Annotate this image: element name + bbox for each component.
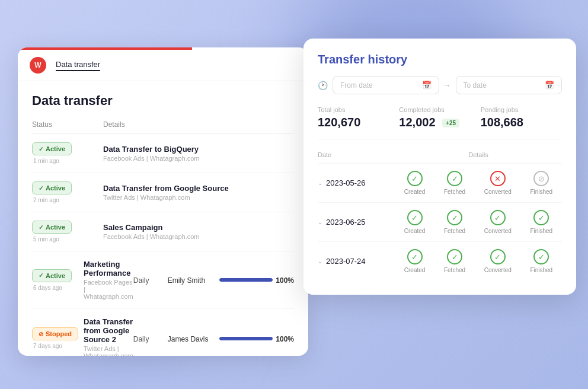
created-label: Created: [404, 189, 426, 195]
to-date-input[interactable]: To date 📅: [456, 76, 563, 94]
status-badge-active: ✓ Active: [32, 181, 72, 194]
details-cell: Sales Campaign Facebook Ads | Whatagraph…: [103, 223, 294, 240]
status-badge-active: ✓ Active: [32, 269, 72, 282]
stat-total-jobs: Total jobs 120,670: [318, 106, 399, 129]
percent-cell: 100%: [273, 333, 294, 344]
finished-icon: ✓: [533, 210, 549, 225]
row-date: ⌄ 2023-05-26: [318, 178, 395, 187]
transfer-name: Data Transfer to BigQuery: [103, 145, 294, 154]
history-row: ⌄ 2023-07-24 ✓ Created ✓ Fetched ✓ Conve…: [318, 242, 562, 280]
progress-bar-background: [219, 337, 273, 340]
transfer-name: Data Transfer from Google Source 2: [84, 317, 133, 344]
status-time: 2 min ago: [32, 197, 103, 203]
completed-jobs-label: Completed jobs: [399, 106, 480, 113]
transfer-source: Twitter Ads | Whatagraph.com: [84, 345, 133, 356]
fetched-icon: ✓: [447, 210, 462, 225]
data-table: Status Details ✓ Active 1 min ago Data T…: [18, 116, 308, 356]
total-jobs-label: Total jobs: [318, 106, 399, 113]
fetched-status: ✓ Fetched: [444, 210, 465, 234]
progress-cell: [219, 337, 273, 340]
chevron-icon: ⌄: [318, 258, 322, 264]
table-row: ✓ Active 6 days ago Marketing Performanc…: [32, 251, 294, 309]
page-title: Data transfer: [18, 81, 308, 116]
converted-status: ✕ Converted: [484, 171, 512, 195]
converted-icon: ✕: [490, 171, 506, 186]
history-table-header: Date Details: [318, 151, 562, 164]
created-status: ✓ Created: [404, 171, 426, 195]
date-filter: 🕐 From date 📅 → To date 📅: [318, 76, 562, 94]
history-title: Transfer history: [318, 53, 562, 66]
col-header-details-history: Details: [395, 151, 562, 158]
fetched-icon: ✓: [447, 249, 462, 264]
fetched-label: Fetched: [444, 228, 465, 234]
table-row: ✓ Active 1 min ago Data Transfer to BigQ…: [32, 134, 294, 173]
stat-pending-jobs: Pending jobs 108,668: [481, 106, 562, 129]
transfer-source: Twitter Ads | Whatagraph.com: [103, 194, 294, 201]
created-label: Created: [404, 228, 426, 234]
status-cell: ✓ Active 1 min ago: [32, 142, 103, 164]
finished-label: Finished: [530, 267, 552, 273]
details-cell: Marketing Performance Facebook Pages | W…: [84, 260, 133, 300]
details-cell: Data Transfer to BigQuery Facebook Ads |…: [103, 145, 294, 162]
progress-bar-background: [219, 278, 273, 282]
table-row: ⊘ Stopped 7 days ago Data Transfer from …: [32, 309, 294, 356]
check-icon: ✓: [39, 272, 43, 279]
finished-status: ⊘ Finished: [530, 171, 552, 195]
col-header-details: Details: [103, 120, 294, 129]
chevron-icon: ⌄: [318, 180, 322, 186]
converted-label: Converted: [484, 228, 512, 234]
created-status: ✓ Created: [404, 210, 426, 234]
pending-jobs-value: 108,668: [481, 116, 562, 129]
finished-label: Finished: [530, 228, 552, 234]
status-cell: ✓ Active 6 days ago: [32, 269, 84, 291]
fetched-label: Fetched: [444, 267, 465, 273]
table-row: ✓ Active 5 min ago Sales Campaign Facebo…: [32, 212, 294, 251]
status-badge-active: ✓ Active: [32, 221, 72, 234]
status-badge-stopped: ⊘ Stopped: [32, 327, 78, 340]
transfer-name: Sales Campaign: [103, 223, 294, 232]
status-icons: ✓ Created ✓ Fetched ✕ Converted ⊘ Finish…: [395, 171, 562, 195]
logo: W: [30, 57, 46, 74]
converted-status: ✓ Converted: [484, 249, 512, 273]
table-header: Status Details: [32, 116, 294, 134]
row-date: ⌄ 2023-07-24: [318, 257, 395, 266]
stat-completed-jobs: Completed jobs 12,002 +25: [399, 106, 480, 129]
frequency-cell: Daily: [133, 333, 168, 344]
converted-status: ✓ Converted: [484, 210, 512, 234]
status-badge-active: ✓ Active: [32, 142, 72, 155]
finished-status: ✓ Finished: [530, 249, 552, 273]
arrow-icon: →: [444, 81, 451, 90]
col-header-date: Date: [318, 151, 395, 158]
fetched-status: ✓ Fetched: [444, 171, 465, 195]
converted-icon: ✓: [490, 249, 506, 264]
status-time: 7 days ago: [32, 343, 84, 349]
pending-jobs-label: Pending jobs: [481, 106, 562, 113]
clock-icon: 🕐: [318, 81, 328, 90]
finished-label: Finished: [530, 189, 552, 195]
converted-label: Converted: [484, 189, 512, 195]
status-cell: ✓ Active 5 min ago: [32, 221, 103, 243]
status-time: 5 min ago: [32, 236, 103, 243]
created-icon: ✓: [407, 249, 423, 264]
history-row: ⌄ 2023-05-26 ✓ Created ✓ Fetched ✕ Conve…: [318, 164, 562, 203]
chevron-icon: ⌄: [318, 219, 322, 225]
table-row: ✓ Active 2 min ago Data Transfer from Go…: [32, 173, 294, 212]
total-jobs-value: 120,670: [318, 116, 399, 129]
status-icons: ✓ Created ✓ Fetched ✓ Converted ✓ Finish…: [395, 249, 562, 273]
status-time: 1 min ago: [32, 158, 103, 164]
card-header: W Data transfer: [18, 50, 308, 81]
created-icon: ✓: [407, 210, 423, 225]
from-date-input[interactable]: From date 📅: [333, 76, 439, 94]
tab-data-transfer[interactable]: Data transfer: [56, 60, 100, 71]
status-icons: ✓ Created ✓ Fetched ✓ Converted ✓ Finish…: [395, 210, 562, 234]
row-date: ⌄ 2023-06-25: [318, 218, 395, 227]
percent-cell: 100%: [273, 275, 294, 285]
to-date-placeholder: To date: [464, 81, 487, 90]
check-icon: ✓: [39, 224, 43, 231]
fetched-label: Fetched: [444, 189, 465, 195]
from-date-placeholder: From date: [340, 81, 373, 90]
transfer-source: Facebook Ads | Whatagraph.com: [103, 233, 294, 240]
completed-badge: +25: [442, 119, 459, 127]
created-icon: ✓: [407, 171, 423, 186]
completed-jobs-value: 12,002 +25: [399, 116, 480, 129]
